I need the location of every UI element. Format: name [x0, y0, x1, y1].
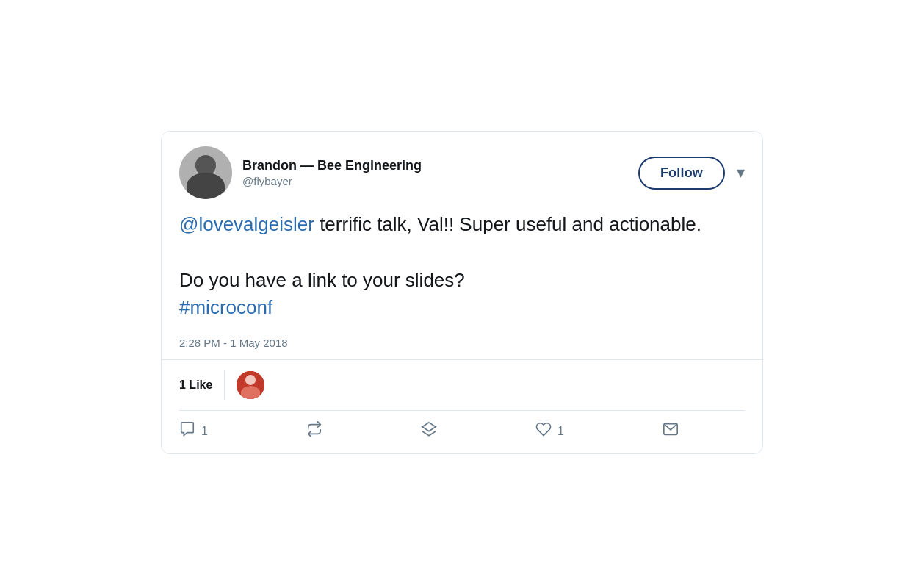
retweet-action[interactable]: [306, 421, 322, 442]
reply-svg: [179, 421, 195, 437]
tweet-actions: 1: [179, 411, 679, 453]
likes-row: 1 Like: [179, 360, 745, 411]
retweet-icon: [306, 421, 322, 442]
user-handle[interactable]: @flybayer: [242, 175, 422, 187]
share-action[interactable]: [421, 421, 437, 442]
heart-svg: [535, 421, 552, 437]
tweet-header-left: Brandon — Bee Engineering @flybayer: [179, 146, 422, 199]
layers-icon: [421, 421, 437, 442]
reply-count: 1: [201, 425, 208, 438]
like-action[interactable]: 1: [535, 421, 564, 442]
likes-label: Like: [189, 378, 212, 391]
mention-link[interactable]: @lovevalgeisler: [179, 213, 314, 235]
user-name[interactable]: Brandon — Bee Engineering: [242, 158, 422, 173]
like-icon: [535, 421, 552, 442]
tweet-card: Brandon — Bee Engineering @flybayer Foll…: [161, 131, 763, 454]
tweet-header-right: Follow ▾: [638, 157, 745, 190]
tweet-text-part2: Do you have a link to your slides?: [179, 269, 465, 291]
user-info: Brandon — Bee Engineering @flybayer: [242, 158, 422, 187]
tweet-timestamp: 2:28 PM - 1 May 2018: [179, 337, 745, 349]
tweet-text: @lovevalgeisler terrific talk, Val!! Sup…: [179, 211, 745, 322]
avatar[interactable]: [179, 146, 232, 199]
hashtag-link[interactable]: #microconf: [179, 296, 272, 318]
mail-icon: [663, 421, 679, 442]
tweet-header: Brandon — Bee Engineering @flybayer Foll…: [179, 146, 745, 199]
follow-button[interactable]: Follow: [638, 157, 725, 190]
chevron-down-icon[interactable]: ▾: [737, 163, 745, 182]
mail-svg: [663, 421, 679, 437]
reply-icon: [179, 421, 195, 442]
like-count: 1: [557, 425, 564, 438]
svg-marker-0: [422, 423, 436, 431]
reply-action[interactable]: 1: [179, 421, 208, 442]
likes-number: 1: [179, 378, 186, 391]
tweet-body: @lovevalgeisler terrific talk, Val!! Sup…: [179, 211, 745, 349]
liker-avatar[interactable]: [237, 371, 264, 399]
layers-svg: [421, 421, 437, 437]
retweet-svg: [306, 421, 322, 437]
tweet-text-part1: terrific talk, Val!! Super useful and ac…: [314, 213, 701, 235]
likes-count: 1 Like: [179, 378, 212, 392]
mail-action[interactable]: [663, 421, 679, 442]
likes-divider: [224, 370, 225, 400]
